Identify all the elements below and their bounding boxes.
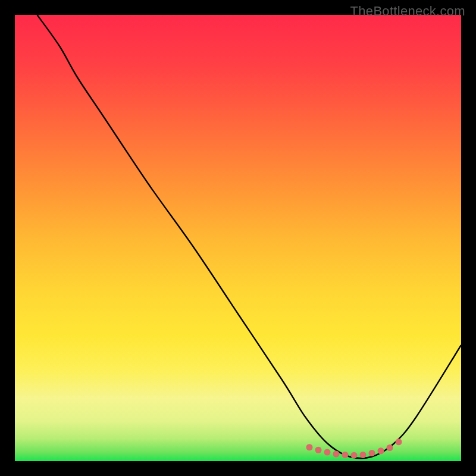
- optimal-dot: [342, 452, 349, 458]
- optimal-dot: [360, 452, 367, 458]
- optimal-dot: [369, 450, 375, 456]
- optimal-dot: [315, 447, 322, 453]
- optimal-dot: [378, 447, 384, 454]
- optimal-dot: [306, 444, 313, 450]
- optimal-dot: [333, 451, 340, 458]
- plot-area: [15, 15, 461, 461]
- chart-container: TheBottleneck.com: [0, 0, 476, 476]
- curve-line: [37, 15, 462, 458]
- optimal-dot: [396, 439, 402, 445]
- optimal-dot: [324, 449, 331, 456]
- bottleneck-curve: [15, 15, 461, 461]
- watermark-text: TheBottleneck.com: [350, 4, 465, 19]
- optimal-dot: [387, 444, 393, 451]
- optimal-dot: [351, 452, 358, 459]
